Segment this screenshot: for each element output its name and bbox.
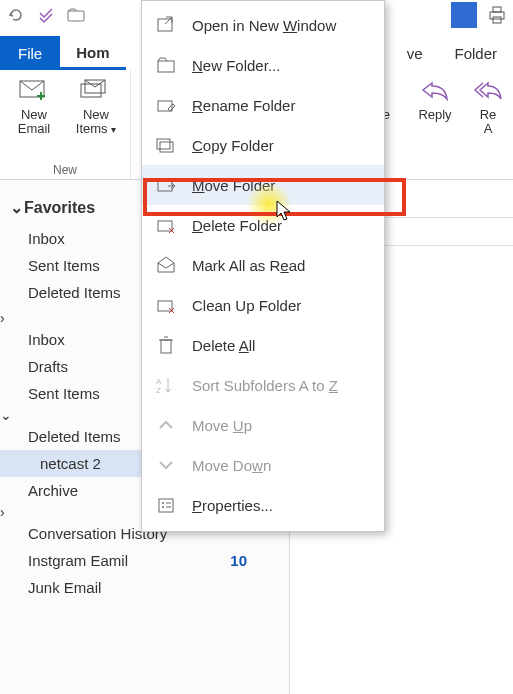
new-email-button[interactable]: NewEmail [8, 76, 60, 137]
envelope-open-icon [156, 255, 176, 275]
reply-all-icon [471, 76, 505, 104]
menu-item-clean-up-folder[interactable]: Clean Up Folder [142, 285, 384, 325]
menu-item-label: Rename Folder [192, 97, 295, 114]
svg-rect-15 [161, 340, 171, 353]
menu-item-move-folder[interactable]: Move Folder [142, 165, 384, 205]
folder-move-icon [156, 175, 176, 195]
folder-item[interactable]: Instgram Eamil10 [0, 547, 289, 574]
folder-label: Sent Items [28, 385, 100, 402]
unread-count: 10 [230, 552, 283, 569]
svg-rect-0 [68, 11, 84, 21]
new-items-button[interactable]: NewItems ▾ [70, 76, 122, 137]
folder-label: Junk Email [28, 579, 101, 596]
svg-text:A: A [156, 377, 162, 386]
folder-qat-icon[interactable] [66, 5, 86, 25]
svg-rect-11 [157, 139, 170, 149]
favorites-label: Favorites [24, 199, 95, 217]
delete-all-icon [156, 335, 176, 355]
chevron-down-icon [156, 455, 176, 475]
svg-rect-1 [490, 12, 504, 19]
folder-label: netcast 2 [40, 455, 101, 472]
folder-rename-icon [156, 95, 176, 115]
folder-label: Instgram Eamil [28, 552, 128, 569]
folder-label: Archive [28, 482, 78, 499]
ribbon-group-label-new: New [8, 163, 122, 177]
menu-item-label: Sort Subfolders A to Z [192, 377, 338, 394]
svg-text:Z: Z [156, 386, 161, 395]
chevron-down-icon: ⌄ [10, 198, 24, 217]
redo-icon[interactable] [36, 5, 56, 25]
sort-az-icon: AZ [156, 375, 176, 395]
reply-all-button[interactable]: ReA [471, 76, 505, 136]
menu-item-properties[interactable]: Properties... [142, 485, 384, 525]
tab-partial-ve[interactable]: ve [391, 36, 439, 70]
svg-rect-2 [493, 7, 501, 12]
menu-item-label: Delete All [192, 337, 255, 354]
menu-item-copy-folder[interactable]: Copy Folder [142, 125, 384, 165]
menu-item-move-up: Move Up [142, 405, 384, 445]
chevron-down-icon[interactable]: ⌄ [0, 407, 12, 423]
chevron-right-icon[interactable]: › [0, 310, 5, 326]
folder-label: Inbox [28, 331, 65, 348]
svg-rect-3 [493, 17, 501, 23]
folder-copy-icon [156, 135, 176, 155]
menu-item-label: Open in New Window [192, 17, 336, 34]
svg-rect-8 [158, 61, 174, 72]
tab-home[interactable]: Hom [60, 35, 125, 70]
menu-item-label: Move Folder [192, 177, 275, 194]
menu-item-delete-all[interactable]: Delete All [142, 325, 384, 365]
svg-rect-9 [158, 101, 172, 111]
ribbon-group-new: NewEmail NewItems ▾ New [0, 70, 131, 179]
coming-soon-toggle[interactable] [451, 2, 477, 28]
print-icon[interactable] [487, 5, 507, 25]
menu-item-label: Mark All as Read [192, 257, 305, 274]
clean-folder-icon [156, 295, 176, 315]
properties-icon [156, 495, 176, 515]
folder-label: Deleted Items [28, 428, 121, 445]
menu-item-label: Move Down [192, 457, 271, 474]
folder-delete-icon [156, 215, 176, 235]
undo-icon[interactable] [6, 5, 26, 25]
menu-item-delete-folder[interactable]: Delete Folder [142, 205, 384, 245]
folder-context-menu: Open in New WindowNew Folder...Rename Fo… [141, 0, 385, 532]
new-email-icon [17, 76, 51, 104]
folder-label: Drafts [28, 358, 68, 375]
svg-rect-5 [81, 84, 101, 97]
new-window-icon [156, 15, 176, 35]
tab-folder[interactable]: Folder [438, 36, 513, 70]
chevron-up-icon [156, 415, 176, 435]
svg-rect-10 [160, 142, 173, 152]
menu-item-sort-subfolders: AZSort Subfolders A to Z [142, 365, 384, 405]
svg-rect-7 [158, 19, 172, 31]
svg-rect-18 [159, 499, 173, 512]
menu-item-mark-all-read[interactable]: Mark All as Read [142, 245, 384, 285]
new-items-icon [79, 76, 113, 104]
menu-item-label: Properties... [192, 497, 273, 514]
svg-point-19 [162, 502, 164, 504]
menu-item-label: Clean Up Folder [192, 297, 301, 314]
menu-item-open-new-window[interactable]: Open in New Window [142, 5, 384, 45]
menu-item-move-down: Move Down [142, 445, 384, 485]
reply-icon [418, 76, 452, 104]
menu-item-label: Move Up [192, 417, 252, 434]
folder-item[interactable]: Junk Email [0, 574, 289, 601]
svg-point-20 [162, 506, 164, 508]
menu-item-label: New Folder... [192, 57, 280, 74]
tab-file[interactable]: File [0, 36, 60, 70]
chevron-right-icon[interactable]: › [0, 504, 5, 520]
menu-item-rename-folder[interactable]: Rename Folder [142, 85, 384, 125]
menu-item-label: Copy Folder [192, 137, 274, 154]
menu-item-new-folder[interactable]: New Folder... [142, 45, 384, 85]
menu-item-label: Delete Folder [192, 217, 282, 234]
folder-icon [156, 55, 176, 75]
reply-button[interactable]: Reply [409, 76, 461, 136]
